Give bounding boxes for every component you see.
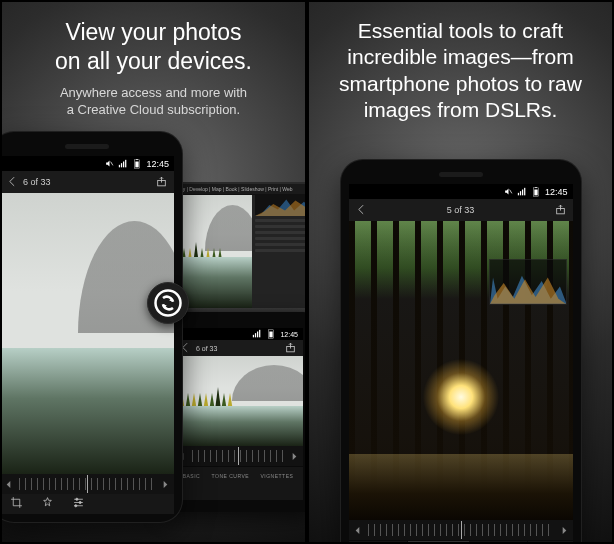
bottom-toolbar: [2, 494, 174, 514]
status-time: 12:45: [146, 159, 169, 169]
svg-point-14: [79, 501, 81, 503]
svg-rect-17: [253, 335, 254, 338]
chevron-right-icon: [560, 526, 569, 535]
desktop-histogram: [255, 194, 305, 216]
svg-point-16: [156, 291, 181, 316]
tab-vignettes[interactable]: VIGNETTES: [260, 473, 293, 479]
photo-preview[interactable]: [349, 221, 573, 520]
svg-rect-2: [121, 163, 122, 167]
share-icon[interactable]: [554, 203, 567, 218]
svg-point-13: [76, 498, 78, 500]
chevron-right-icon: [161, 480, 170, 489]
headline: Essential tools to craft incredible imag…: [309, 18, 612, 123]
status-bar: 12:45: [173, 328, 303, 340]
promo-panel-sync: View your photoson all your devices. Any…: [2, 2, 305, 542]
promo-panel-tools: Essential tools to craft incredible imag…: [309, 2, 612, 542]
svg-rect-22: [270, 332, 273, 338]
phone-mock-left: 12:45 6 of 33: [2, 132, 182, 522]
svg-line-0: [111, 162, 113, 166]
status-time: 12:45: [280, 331, 298, 338]
photo-preview[interactable]: [2, 193, 174, 474]
photo-counter: 6 of 33: [196, 345, 217, 352]
svg-rect-6: [136, 161, 139, 167]
share-icon[interactable]: [284, 341, 297, 355]
svg-rect-4: [126, 159, 127, 167]
svg-rect-26: [518, 192, 519, 195]
svg-rect-18: [255, 333, 256, 337]
adjust-icon[interactable]: [72, 495, 85, 513]
temperature-cell[interactable]: TEMPERATURE 0: [408, 541, 469, 542]
adjust-slider[interactable]: [349, 520, 573, 540]
tablet-mock: 12:45 6 of 33 BASIC TONE CURVE: [163, 312, 305, 512]
chevron-left-icon: [4, 480, 13, 489]
back-icon[interactable]: [355, 203, 368, 218]
mute-icon: [105, 159, 114, 168]
svg-rect-1: [119, 164, 120, 167]
battery-icon: [266, 329, 276, 339]
auto-tone-cell[interactable]: AUTO TON Off: [528, 541, 572, 542]
photo-counter: 5 of 33: [447, 205, 475, 215]
tablet-mode-tabs: BASIC TONE CURVE VIGNETTES: [173, 466, 303, 485]
mute-icon: [504, 187, 513, 196]
signal-icon: [118, 159, 128, 169]
subheadline: Anywhere access and more witha Creative …: [36, 84, 271, 119]
app-bar: 5 of 33: [349, 199, 573, 221]
back-icon[interactable]: [6, 175, 19, 190]
tab-tone-curve[interactable]: TONE CURVE: [212, 473, 250, 479]
tint-cell[interactable]: TINT 0: [469, 541, 529, 542]
crop-icon[interactable]: [10, 495, 23, 513]
app-bar: 6 of 33: [2, 171, 174, 193]
svg-rect-7: [137, 159, 139, 160]
share-icon[interactable]: [155, 175, 168, 190]
status-bar: 12:45: [349, 184, 573, 199]
photo-counter: 6 of 33: [23, 177, 51, 187]
status-bar: 12:45: [2, 156, 174, 171]
sync-icon: [147, 282, 189, 324]
svg-rect-20: [260, 330, 261, 338]
svg-rect-31: [534, 189, 537, 195]
svg-rect-27: [520, 191, 521, 195]
headline: View your photoson all your devices.: [35, 18, 272, 76]
svg-rect-3: [123, 161, 124, 167]
white-balance-cell[interactable]: WHITE BALANCE As Shot: [349, 541, 409, 542]
signal-icon: [252, 329, 262, 339]
tab-basic[interactable]: BASIC: [183, 473, 201, 479]
svg-rect-19: [257, 332, 258, 338]
status-time: 12:45: [545, 187, 568, 197]
adjust-slider[interactable]: [173, 446, 303, 466]
adjust-slider[interactable]: [2, 474, 174, 494]
chevron-left-icon: [353, 526, 362, 535]
adjust-controls-row: WHITE BALANCE As Shot TEMPERATURE 0 TINT…: [349, 540, 573, 542]
chevron-right-icon: [290, 452, 299, 461]
svg-line-25: [510, 190, 512, 194]
svg-rect-32: [535, 187, 537, 188]
battery-icon: [531, 187, 541, 197]
svg-rect-28: [522, 189, 523, 195]
signal-icon: [517, 187, 527, 197]
histogram-overlay: [489, 259, 567, 305]
svg-point-15: [75, 505, 77, 507]
phone-mock-right: 12:45 5 of 33: [341, 160, 581, 542]
desktop-module-tabs: Library | Develop | Map | Book | Slidesh…: [167, 184, 305, 195]
presets-icon[interactable]: [41, 495, 54, 513]
battery-icon: [132, 159, 142, 169]
svg-rect-29: [524, 187, 525, 195]
